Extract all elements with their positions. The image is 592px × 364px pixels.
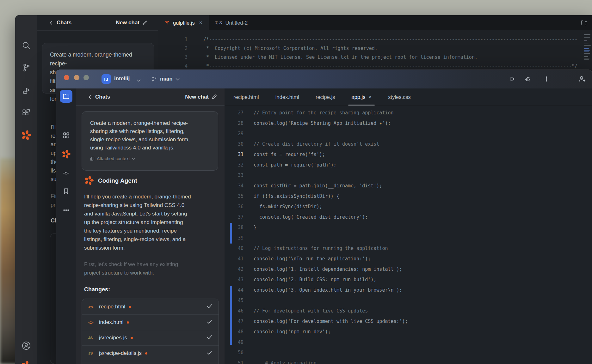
run-button[interactable] bbox=[508, 75, 517, 83]
code-line: 33 bbox=[225, 170, 592, 181]
editor-tab[interactable]: styles.css × bbox=[380, 88, 419, 106]
code-line: 38 } bbox=[225, 222, 592, 233]
close-window-button[interactable] bbox=[64, 75, 69, 80]
search-icon[interactable] bbox=[21, 40, 32, 51]
minimap[interactable] bbox=[584, 34, 591, 61]
code-line: 1 /*------------------------------------… bbox=[158, 35, 592, 44]
editor-tab[interactable]: recipe.js × bbox=[307, 88, 343, 106]
line-number[interactable]: 30 bbox=[225, 139, 244, 149]
code-line: 28 console.log('Recipe Sharing App initi… bbox=[225, 118, 592, 129]
editor-tab[interactable]: recipe.html × bbox=[225, 88, 267, 106]
project-folder-icon[interactable] bbox=[60, 90, 72, 103]
back-chats-button[interactable]: Chats bbox=[49, 20, 71, 26]
code-line: 34 const distDir = path.join(__dirname, … bbox=[225, 181, 592, 191]
editor-tab[interactable]: app.js × bbox=[343, 88, 380, 106]
changed-file-row[interactable]: <> recipe.html bbox=[82, 299, 219, 314]
line-number[interactable]: 34 bbox=[225, 181, 244, 191]
line-number[interactable]: 35 bbox=[225, 191, 244, 202]
tab-untitled-2[interactable]: TEX Untitled-2 bbox=[209, 15, 254, 30]
minimize-window-button[interactable] bbox=[74, 75, 79, 80]
code-line: 36 fs.mkdirSync(distDir); bbox=[225, 202, 592, 212]
ai-flower-icon[interactable] bbox=[21, 130, 32, 141]
line-number[interactable]: 44 bbox=[225, 285, 244, 295]
check-icon bbox=[207, 319, 212, 325]
line-number[interactable]: 32 bbox=[225, 160, 244, 170]
line-number[interactable]: 49 bbox=[225, 337, 244, 348]
commit-icon[interactable] bbox=[60, 167, 72, 179]
code-line: 41 console.log('\nTo run the application… bbox=[225, 254, 592, 264]
more-tools-icon[interactable] bbox=[60, 204, 72, 216]
line-number[interactable]: 36 bbox=[225, 202, 244, 212]
branch-selector[interactable]: main bbox=[151, 74, 180, 84]
back-tab-bar: gulpfile.js × TEX Untitled-2 bbox=[158, 15, 592, 30]
file-type-icon: <> bbox=[88, 320, 99, 325]
line-number[interactable]: 31 bbox=[225, 149, 244, 160]
agent-title: Coding Agent bbox=[98, 177, 137, 184]
extensions-icon[interactable] bbox=[21, 107, 32, 119]
line-number[interactable]: 28 bbox=[225, 118, 244, 129]
tex-icon: TEX bbox=[215, 20, 222, 26]
new-chat-button[interactable]: New chat bbox=[185, 94, 217, 100]
message-line: Create a modern, orange-themed recipe- bbox=[90, 119, 210, 127]
line-number[interactable]: 50 bbox=[225, 348, 244, 358]
line-number[interactable]: 48 bbox=[225, 327, 244, 337]
line-number[interactable]: 42 bbox=[225, 264, 244, 275]
line-number[interactable]: 47 bbox=[225, 316, 244, 327]
ai-flower-icon[interactable] bbox=[60, 148, 72, 161]
debug-button[interactable] bbox=[523, 75, 532, 83]
line-number[interactable]: 46 bbox=[225, 306, 244, 316]
line-number[interactable]: 37 bbox=[225, 212, 244, 222]
file-type-icon: JS bbox=[88, 336, 99, 340]
check-icon bbox=[207, 304, 212, 310]
changed-file-row[interactable]: JS js/recipes.js bbox=[82, 330, 219, 345]
change-marker-bar[interactable] bbox=[230, 286, 232, 345]
changed-file-row[interactable]: JS js/recipe-details.js bbox=[82, 345, 219, 361]
project-selector[interactable]: intellij bbox=[114, 76, 130, 82]
changed-file-row-partial bbox=[82, 361, 219, 364]
changed-file-row[interactable]: <> index.html bbox=[82, 314, 219, 330]
line-number[interactable]: 33 bbox=[225, 170, 244, 181]
change-marker-bar[interactable] bbox=[230, 223, 232, 244]
chevron-down-icon bbox=[137, 77, 141, 83]
attached-context-chip[interactable]: Attached context bbox=[90, 156, 210, 161]
source-control-icon[interactable] bbox=[21, 62, 32, 73]
code-editor[interactable]: 27 // Entry point for the recipe sharing… bbox=[225, 106, 592, 364]
tab-gulpfile[interactable]: gulpfile.js × bbox=[158, 15, 209, 30]
structure-icon[interactable] bbox=[60, 129, 72, 142]
message-line: sharing site with recipe listings, filte… bbox=[90, 127, 210, 136]
chevron-down-icon bbox=[132, 158, 135, 160]
close-icon[interactable]: × bbox=[199, 20, 202, 26]
message-line: Create a modern, orange-themed recipe- bbox=[50, 50, 146, 68]
line-number[interactable]: 51 bbox=[225, 358, 244, 364]
line-number[interactable]: 45 bbox=[225, 295, 244, 306]
line-number[interactable]: 43 bbox=[225, 275, 244, 285]
code-line: 32 const path = require('path'); bbox=[225, 160, 592, 170]
line-number[interactable]: 41 bbox=[225, 254, 244, 264]
zoom-window-button[interactable] bbox=[83, 75, 89, 80]
title-bar[interactable]: IJ intellij main bbox=[56, 70, 592, 88]
editor-tab[interactable]: index.html × bbox=[267, 88, 307, 106]
more-actions-kebab-icon[interactable] bbox=[542, 75, 551, 83]
flower-icon-partial[interactable] bbox=[21, 360, 32, 364]
account-icon[interactable] bbox=[21, 340, 32, 351]
line-number[interactable]: 38 bbox=[225, 222, 244, 233]
close-icon[interactable]: × bbox=[368, 94, 372, 100]
code-line: 48 console.log('npm run dev'); bbox=[225, 327, 592, 337]
add-user-icon[interactable] bbox=[577, 75, 586, 83]
gulp-icon bbox=[164, 20, 170, 26]
line-number[interactable]: 39 bbox=[225, 233, 244, 243]
run-debug-icon[interactable] bbox=[21, 85, 32, 97]
project-badge: IJ bbox=[102, 74, 111, 84]
line-number[interactable]: 29 bbox=[225, 129, 244, 139]
code-line: 31 const fs = require('fs'); bbox=[225, 149, 592, 160]
back-new-chat-button[interactable]: New chat bbox=[116, 20, 147, 26]
code-line: 4 *-------------------------------------… bbox=[158, 62, 592, 70]
file-type-icon: <> bbox=[88, 304, 99, 310]
split-editor-icon[interactable] bbox=[580, 19, 588, 28]
pencil-icon bbox=[142, 20, 147, 25]
chats-back-button[interactable]: Chats bbox=[88, 94, 110, 100]
bookmark-icon[interactable] bbox=[60, 185, 72, 197]
line-number[interactable]: 40 bbox=[225, 243, 244, 254]
code-line: 29 bbox=[225, 129, 592, 139]
line-number[interactable]: 27 bbox=[225, 108, 244, 118]
